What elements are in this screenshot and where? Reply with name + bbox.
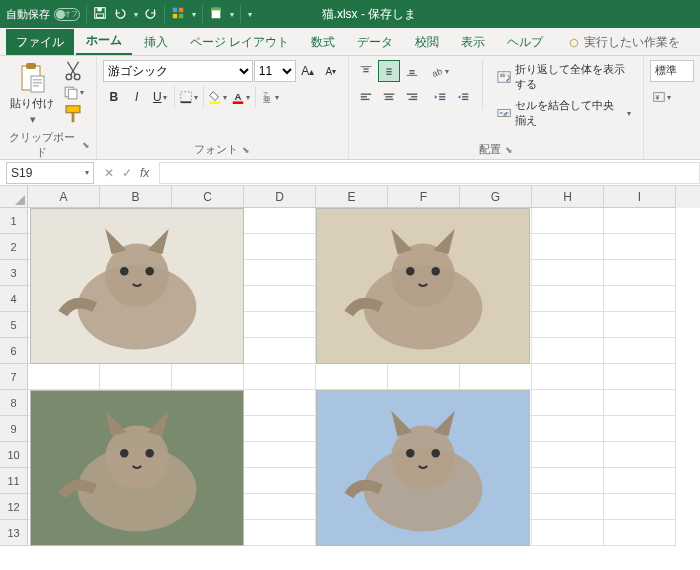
column-header[interactable]: A [28,186,100,208]
tab-insert[interactable]: 挿入 [134,29,178,55]
accounting-format-icon[interactable]: ¥▾ [650,86,672,108]
cell[interactable] [604,286,676,312]
wrap-text-button[interactable]: ab 折り返して全体を表示する [491,60,637,94]
cell[interactable] [244,390,316,416]
tab-home[interactable]: ホーム [76,27,132,55]
cell[interactable] [460,364,532,390]
tab-view[interactable]: 表示 [451,29,495,55]
row-header[interactable]: 7 [0,364,28,390]
embedded-image-cat-lying[interactable] [30,390,244,546]
row-header[interactable]: 2 [0,234,28,260]
cell[interactable] [532,312,604,338]
column-header[interactable]: H [532,186,604,208]
column-header[interactable]: B [100,186,172,208]
qat-box-icon[interactable] [171,6,185,23]
cell[interactable] [532,416,604,442]
font-size-select[interactable]: 11 [254,60,296,82]
cell[interactable] [100,364,172,390]
embedded-image-cat-sitting[interactable] [30,208,244,364]
cell[interactable] [316,364,388,390]
align-bottom-icon[interactable] [401,60,423,82]
orientation-icon[interactable]: ab▾ [429,60,451,82]
align-right-icon[interactable] [401,86,423,108]
decrease-indent-icon[interactable] [429,86,451,108]
name-box[interactable]: S19▾ [6,162,94,184]
cell[interactable] [244,312,316,338]
launcher-icon[interactable]: ⬊ [82,140,90,150]
save-icon[interactable] [93,6,107,23]
row-header[interactable]: 11 [0,468,28,494]
paste-button[interactable]: 貼り付け ▾ [6,60,58,128]
tab-data[interactable]: データ [347,29,403,55]
row-header[interactable]: 3 [0,260,28,286]
cell[interactable] [604,364,676,390]
row-header[interactable]: 12 [0,494,28,520]
cell[interactable] [604,494,676,520]
underline-icon[interactable]: U▾ [149,86,171,108]
fx-icon[interactable]: fx [140,166,149,180]
merge-center-button[interactable]: a セルを結合して中央揃え▾ [491,96,637,130]
embedded-image-cat-lookup-blue[interactable] [316,390,530,546]
cell[interactable] [604,312,676,338]
font-name-select[interactable]: 游ゴシック [103,60,253,82]
cell[interactable] [532,390,604,416]
row-header[interactable]: 9 [0,416,28,442]
cell[interactable] [604,442,676,468]
cell[interactable] [604,390,676,416]
column-header[interactable]: D [244,186,316,208]
cell[interactable] [244,520,316,546]
cell[interactable] [532,468,604,494]
cell[interactable] [244,364,316,390]
cell[interactable] [604,208,676,234]
cell[interactable] [244,442,316,468]
tab-help[interactable]: ヘルプ [497,29,553,55]
cell[interactable] [532,286,604,312]
align-left-icon[interactable] [355,86,377,108]
cancel-icon[interactable]: ✕ [104,166,114,180]
fill-color-icon[interactable]: ▾ [207,86,229,108]
cell[interactable] [244,286,316,312]
formula-input[interactable] [159,162,700,184]
cell[interactable] [604,416,676,442]
row-header[interactable]: 1 [0,208,28,234]
autosave-toggle[interactable]: 自動保存 [6,7,80,22]
column-header[interactable]: C [172,186,244,208]
cut-icon[interactable] [62,60,84,80]
bold-icon[interactable]: B [103,86,125,108]
worksheet-grid[interactable]: ABCDEFGHI 12345678910111213 [0,186,700,570]
cell[interactable] [532,442,604,468]
tell-me[interactable]: 実行したい作業を [558,29,690,55]
cell[interactable] [604,234,676,260]
cell[interactable] [532,494,604,520]
cell[interactable] [532,364,604,390]
increase-font-icon[interactable]: A▴ [297,60,319,82]
embedded-image-cat-sleeping[interactable] [316,208,530,364]
launcher-icon[interactable]: ⬊ [505,145,513,155]
align-middle-icon[interactable] [378,60,400,82]
row-header[interactable]: 4 [0,286,28,312]
undo-icon[interactable] [113,6,127,23]
cell[interactable] [532,260,604,286]
align-top-icon[interactable] [355,60,377,82]
cell[interactable] [244,234,316,260]
cell[interactable] [244,260,316,286]
italic-icon[interactable]: I [126,86,148,108]
column-header[interactable]: G [460,186,532,208]
cell[interactable] [388,364,460,390]
redo-icon[interactable] [144,6,158,23]
row-header[interactable]: 8 [0,390,28,416]
qat-sheet-icon[interactable] [209,6,223,23]
increase-indent-icon[interactable] [452,86,474,108]
tab-formulas[interactable]: 数式 [301,29,345,55]
column-header[interactable]: E [316,186,388,208]
cell[interactable] [244,416,316,442]
cell[interactable] [604,468,676,494]
cell[interactable] [244,494,316,520]
font-color-icon[interactable]: A▾ [230,86,252,108]
copy-icon[interactable]: ▾ [62,82,84,102]
row-header[interactable]: 5 [0,312,28,338]
launcher-icon[interactable]: ⬊ [242,145,250,155]
align-center-icon[interactable] [378,86,400,108]
cell[interactable] [28,364,100,390]
row-header[interactable]: 13 [0,520,28,546]
